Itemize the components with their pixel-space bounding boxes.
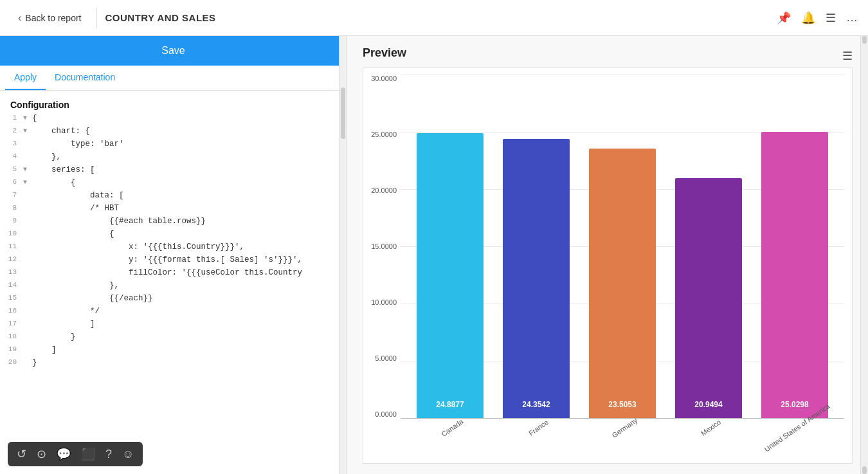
refresh-icon[interactable]: ↺ bbox=[17, 447, 26, 461]
line-content: }, bbox=[32, 152, 347, 161]
line-arrow bbox=[23, 332, 32, 333]
code-line: 13 fillColor: '{{{useColor this.Country bbox=[0, 267, 347, 280]
code-editor: 1▼{2▼ chart: {3 type: 'bar'4 },5▼ series… bbox=[0, 113, 347, 370]
main-layout: Save Apply Documentation Configuration 1… bbox=[0, 36, 868, 474]
code-line: 12 y: '{{{format this.[ Sales] 's'}}}', bbox=[0, 254, 347, 267]
more-icon[interactable]: … bbox=[846, 11, 858, 24]
bar-value-label: 25.0298 bbox=[781, 400, 808, 409]
line-content: {{#each table.rows}} bbox=[32, 216, 347, 226]
bar: 24.3542 bbox=[503, 139, 570, 418]
bar-value-label: 23.5053 bbox=[608, 400, 636, 409]
chart-menu-icon[interactable]: ☰ bbox=[842, 49, 853, 63]
y-axis-label: 20.0000 bbox=[363, 187, 401, 194]
y-axis-label: 5.0000 bbox=[363, 354, 401, 362]
line-arrow bbox=[23, 280, 32, 282]
tabs: Apply Documentation bbox=[0, 66, 347, 91]
line-number: 17 bbox=[0, 319, 23, 327]
line-arrow bbox=[23, 242, 32, 243]
y-axis-label: 15.0000 bbox=[363, 242, 401, 250]
code-line: 11 x: '{{{this.Country}}}', bbox=[0, 241, 347, 254]
line-number: 9 bbox=[0, 216, 23, 224]
line-content: series: [ bbox=[32, 165, 347, 174]
chat-icon[interactable]: 💬 bbox=[57, 447, 71, 461]
x-axis-labels: CanadaFranceGermanyMexicoUnited States o… bbox=[401, 418, 844, 463]
tab-documentation[interactable]: Documentation bbox=[46, 66, 124, 90]
y-axis-label: 10.0000 bbox=[363, 298, 401, 306]
line-number: 18 bbox=[0, 332, 23, 340]
line-content: y: '{{{format this.[ Sales] 's'}}}', bbox=[32, 255, 347, 264]
code-line: 16 */ bbox=[0, 305, 347, 318]
config-title: Configuration bbox=[0, 96, 347, 113]
line-number: 19 bbox=[0, 345, 23, 353]
line-number: 20 bbox=[0, 358, 23, 366]
top-bar-actions: 📌 🔔 ☰ … bbox=[777, 11, 858, 25]
line-number: 6 bbox=[0, 178, 23, 186]
editor-area[interactable]: Configuration 1▼{2▼ chart: {3 type: 'bar… bbox=[0, 91, 347, 474]
bar-group: 24.8877 bbox=[408, 75, 492, 418]
bars-area: 24.887724.354223.505320.949425.0298 bbox=[401, 75, 844, 418]
save-button[interactable]: Save bbox=[0, 36, 347, 66]
code-line: 19 ] bbox=[0, 344, 347, 357]
download-icon[interactable]: ⬛ bbox=[81, 447, 95, 461]
y-axis-label: 30.0000 bbox=[363, 75, 401, 82]
bar: 23.5053 bbox=[589, 149, 656, 418]
line-number: 10 bbox=[0, 229, 23, 237]
preview-title: Preview bbox=[363, 46, 853, 60]
line-arrow[interactable]: ▼ bbox=[23, 113, 32, 122]
line-arrow bbox=[23, 203, 32, 205]
line-arrow bbox=[23, 229, 32, 230]
emoji-icon[interactable]: ☺ bbox=[122, 448, 134, 461]
bar: 24.8877 bbox=[417, 133, 484, 418]
bottom-toolbar: ↺ ⊙ 💬 ⬛ ? ☺ bbox=[8, 442, 143, 466]
back-to-report-button[interactable]: ‹ Back to report bbox=[10, 7, 89, 29]
line-arrow bbox=[23, 345, 32, 346]
bar-value-label: 24.8877 bbox=[436, 400, 464, 409]
line-content: */ bbox=[32, 306, 347, 316]
line-arrow bbox=[23, 358, 32, 359]
left-scrollbar[interactable] bbox=[339, 36, 347, 474]
line-arrow[interactable]: ▼ bbox=[23, 178, 32, 186]
y-axis-label: 0.0000 bbox=[363, 410, 401, 418]
line-content: { bbox=[32, 229, 347, 239]
line-number: 7 bbox=[0, 190, 23, 199]
page-title: COUNTRY AND SALES bbox=[105, 12, 215, 23]
line-arrow bbox=[23, 139, 32, 140]
line-content: x: '{{{this.Country}}}', bbox=[32, 242, 347, 251]
line-number: 8 bbox=[0, 203, 23, 212]
code-line: 20} bbox=[0, 357, 347, 370]
code-line: 1▼{ bbox=[0, 113, 347, 125]
line-arrow[interactable]: ▼ bbox=[23, 165, 32, 173]
left-panel: Save Apply Documentation Configuration 1… bbox=[0, 36, 347, 474]
line-number: 4 bbox=[0, 152, 23, 160]
line-content: ] bbox=[32, 345, 347, 354]
play-icon[interactable]: ⊙ bbox=[37, 447, 46, 461]
line-content: fillColor: '{{{useColor this.Country bbox=[32, 268, 347, 277]
pin-icon[interactable]: 📌 bbox=[777, 11, 791, 25]
line-number: 14 bbox=[0, 280, 23, 289]
chart-container: 30.000025.000020.000015.000010.00005.000… bbox=[363, 68, 853, 464]
right-scrollbar[interactable] bbox=[860, 36, 868, 474]
bar-value-label: 20.9494 bbox=[694, 400, 722, 409]
top-bar: ‹ Back to report COUNTRY AND SALES 📌 🔔 ☰… bbox=[0, 0, 868, 36]
code-line: 17 ] bbox=[0, 318, 347, 331]
line-content: ] bbox=[32, 319, 347, 329]
chevron-left-icon: ‹ bbox=[18, 12, 21, 24]
filter-icon[interactable]: ☰ bbox=[826, 11, 836, 25]
code-line: 8 /* HBT bbox=[0, 203, 347, 215]
y-axis-label: 25.0000 bbox=[363, 131, 401, 138]
tab-apply[interactable]: Apply bbox=[5, 66, 46, 90]
line-number: 3 bbox=[0, 139, 23, 147]
bar-group: 20.9494 bbox=[667, 75, 750, 418]
help-icon[interactable]: ? bbox=[105, 448, 112, 461]
line-arrow bbox=[23, 216, 32, 217]
bell-icon[interactable]: 🔔 bbox=[801, 11, 815, 25]
line-arrow bbox=[23, 306, 32, 307]
line-content: } bbox=[32, 358, 347, 367]
bar: 25.0298 bbox=[761, 132, 828, 418]
line-arrow[interactable]: ▼ bbox=[23, 126, 32, 134]
back-label: Back to report bbox=[25, 13, 81, 23]
code-line: 9 {{#each table.rows}} bbox=[0, 215, 347, 228]
line-number: 12 bbox=[0, 255, 23, 263]
line-content: data: [ bbox=[32, 190, 347, 200]
code-line: 3 type: 'bar' bbox=[0, 138, 347, 151]
